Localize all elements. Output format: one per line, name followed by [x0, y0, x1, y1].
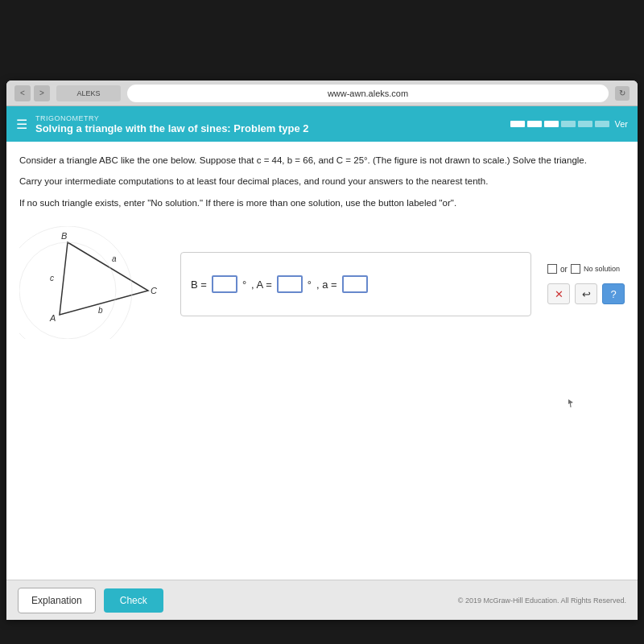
forward-button[interactable]: > [34, 85, 50, 101]
b-input[interactable] [212, 275, 237, 293]
browser-chrome: < > ALEKS www-awn.aleks.com ↻ [6, 80, 638, 106]
degree2: ° [308, 279, 312, 291]
svg-text:a: a [112, 254, 117, 263]
small-a-input[interactable] [342, 275, 368, 293]
progress-seg-5 [578, 121, 592, 127]
undo-button[interactable]: ↩ [575, 283, 597, 304]
triangle-answer-section: B C A a c b B = [19, 226, 625, 342]
top-nav: ☰ TRIGONOMETRY Solving a triangle with t… [6, 106, 638, 142]
checkbox-1[interactable] [547, 264, 557, 274]
progress-seg-4 [561, 121, 576, 127]
nav-right: Ver [510, 119, 628, 129]
no-solution-label: No solution [584, 265, 620, 274]
browser-window: < > ALEKS www-awn.aleks.com ↻ ☰ TRIGONOM… [6, 80, 638, 620]
a-label: , A = [251, 279, 272, 291]
a-input[interactable] [277, 275, 303, 293]
svg-marker-0 [60, 242, 148, 315]
url-text: www-awn.aleks.com [328, 89, 408, 98]
cursor-indicator [568, 399, 573, 407]
controls-box: or No solution ✕ ↩ ? [547, 264, 625, 304]
check-button[interactable]: Check [104, 588, 163, 613]
svg-point-7 [19, 242, 116, 339]
main-content: Consider a triangle ABC like the one bel… [6, 142, 638, 580]
copyright-text: © 2019 McGraw-Hill Education. All Rights… [458, 597, 626, 605]
clear-button[interactable]: ✕ [547, 283, 570, 304]
answer-box: B = ° , A = ° , a = [180, 252, 531, 316]
help-button[interactable]: ? [602, 283, 625, 304]
action-buttons: ✕ ↩ ? [547, 283, 625, 304]
tab-label: ALEKS [76, 89, 100, 97]
degree1: ° [242, 279, 246, 291]
progress-seg-3 [544, 121, 559, 127]
problem-line3: If no such triangle exists, enter "No so… [19, 196, 625, 210]
or-text: or [560, 265, 568, 274]
address-bar[interactable]: www-awn.aleks.com [127, 85, 609, 102]
triangle-figure: B C A a c b [19, 226, 164, 342]
checkbox-2[interactable] [571, 264, 580, 274]
page-content: ☰ TRIGONOMETRY Solving a triangle with t… [6, 106, 638, 620]
progress-seg-6 [595, 121, 609, 127]
b-label: B = [191, 279, 207, 291]
ver-label: Ver [614, 119, 628, 129]
bottom-bar: Explanation Check © 2019 McGraw-Hill Edu… [6, 580, 638, 620]
tab-bar: ALEKS [56, 85, 121, 101]
nav-buttons: < > [14, 85, 50, 101]
svg-text:B: B [61, 231, 67, 241]
problem-line2: Carry your intermediate computations to … [19, 174, 625, 188]
nav-title: Solving a triangle with the law of sines… [35, 122, 309, 134]
nav-title-section: TRIGONOMETRY Solving a triangle with the… [35, 114, 309, 134]
back-button[interactable]: < [14, 85, 31, 101]
equation-row: B = ° , A = ° , a = [191, 275, 368, 293]
svg-text:C: C [151, 286, 157, 295]
reload-button[interactable]: ↻ [615, 86, 630, 101]
progress-bars [510, 121, 609, 127]
progress-seg-1 [510, 121, 525, 127]
problem-line1: Consider a triangle ABC like the one bel… [19, 153, 625, 167]
svg-text:c: c [50, 274, 54, 283]
nav-category: TRIGONOMETRY [35, 114, 309, 122]
or-row: or No solution [547, 264, 620, 274]
svg-text:A: A [49, 313, 56, 323]
svg-text:b: b [98, 306, 103, 315]
hamburger-icon[interactable]: ☰ [16, 117, 27, 132]
small-a-label: , a = [316, 279, 337, 291]
progress-seg-2 [527, 121, 542, 127]
explanation-button[interactable]: Explanation [18, 588, 96, 613]
